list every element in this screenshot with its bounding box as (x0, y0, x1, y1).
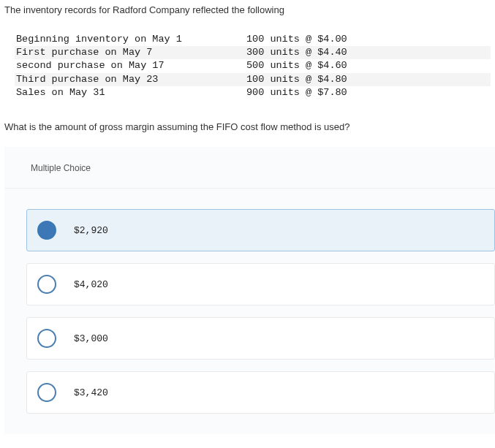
radio-icon (37, 383, 56, 402)
row-desc: Sales on May 31 (16, 86, 246, 99)
row-desc: second purchase on May 17 (16, 59, 246, 72)
row-value: 300 units @ $4.40 (246, 46, 347, 59)
row-value: 100 units @ $4.00 (246, 33, 347, 46)
table-row: Sales on May 31 900 units @ $7.80 (15, 86, 491, 99)
option-label: $2,920 (74, 225, 108, 236)
radio-icon (37, 221, 56, 240)
row-value: 900 units @ $7.80 (246, 86, 347, 99)
table-row: First purchase on May 7 300 units @ $4.4… (15, 46, 491, 59)
row-desc: Third purchase on May 23 (16, 73, 246, 86)
radio-icon (37, 275, 56, 294)
option-2[interactable]: $4,020 (26, 263, 495, 305)
option-label: $3,000 (74, 333, 108, 344)
option-4[interactable]: $3,420 (26, 371, 495, 414)
option-label: $3,420 (74, 387, 108, 398)
option-3[interactable]: $3,000 (26, 317, 495, 360)
question-stem: The inventory records for Radford Compan… (0, 0, 495, 132)
option-label: $4,020 (74, 279, 108, 290)
mc-header: Multiple Choice (4, 147, 495, 189)
option-1[interactable]: $2,920 (26, 209, 495, 251)
options-list: $2,920 $4,020 $3,000 $3,420 (4, 189, 495, 434)
intro-text: The inventory records for Radford Compan… (4, 4, 491, 15)
table-row: Beginning inventory on May 1 100 units @… (15, 33, 491, 46)
row-desc: First purchase on May 7 (16, 46, 246, 59)
table-row: second purchase on May 17 500 units @ $4… (15, 59, 491, 72)
row-value: 500 units @ $4.60 (246, 59, 347, 72)
followup-text: What is the amount of gross margin assum… (4, 121, 491, 132)
radio-icon (37, 329, 56, 348)
inventory-table: Beginning inventory on May 1 100 units @… (15, 33, 491, 99)
table-row: Third purchase on May 23 100 units @ $4.… (15, 73, 491, 86)
row-desc: Beginning inventory on May 1 (16, 33, 246, 46)
row-value: 100 units @ $4.80 (246, 73, 347, 86)
multiple-choice-block: Multiple Choice $2,920 $4,020 $3,000 $3,… (4, 147, 495, 434)
